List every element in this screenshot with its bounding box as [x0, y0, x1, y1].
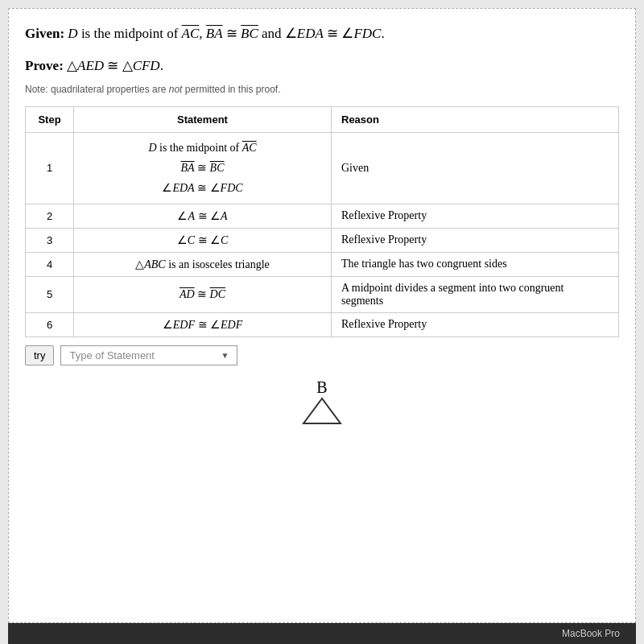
macbook-bar: MacBook Pro: [8, 623, 636, 644]
diagram-area: B: [25, 378, 619, 429]
step-reason: Reflexive Property: [332, 204, 619, 228]
step-statement: D is the midpoint of AC BA ≅ BC ∠EDA ≅ ∠…: [74, 133, 332, 204]
step-statement: ∠C ≅ ∠C: [74, 228, 332, 252]
proof-table: Step Statement Reason 1 D is the midpoin…: [25, 106, 619, 337]
step-reason: Reflexive Property: [332, 312, 619, 336]
step-number: 1: [26, 133, 74, 204]
step-number: 3: [26, 228, 74, 252]
diagram-label-b: B: [25, 378, 619, 397]
statement-line-1: D is the midpoint of AC: [84, 138, 321, 158]
statement-line-3: ∠EDA ≅ ∠FDC: [84, 178, 321, 198]
table-row: 4 △ABC is an isosceles triangle The tria…: [26, 252, 619, 276]
table-row: 1 D is the midpoint of AC BA ≅ BC ∠EDA ≅…: [26, 133, 619, 204]
table-row: 6 ∠EDF ≅ ∠EDF Reflexive Property: [26, 312, 619, 336]
step-reason: The triangle has two congruent sides: [332, 252, 619, 276]
step-number: 4: [26, 252, 74, 276]
step-reason: A midpoint divides a segment into two co…: [332, 276, 619, 312]
header-reason: Reason: [332, 107, 619, 133]
step-statement: ∠EDF ≅ ∠EDF: [74, 312, 332, 336]
svg-marker-0: [303, 398, 341, 423]
step-statement: ∠A ≅ ∠A: [74, 204, 332, 228]
given-segment-bc: BC: [241, 26, 258, 41]
table-row: 2 ∠A ≅ ∠A Reflexive Property: [26, 204, 619, 228]
table-row: 5 AD ≅ DC A midpoint divides a segment i…: [26, 276, 619, 312]
given-label: Given:: [25, 26, 64, 41]
statement-line-2: BA ≅ BC: [84, 158, 321, 178]
type-of-statement-dropdown[interactable]: Type of Statement ▼: [60, 345, 237, 365]
header-step: Step: [26, 107, 74, 133]
step-number: 6: [26, 312, 74, 336]
given-segment-ac: AC: [182, 26, 200, 41]
header-statement: Statement: [74, 107, 332, 133]
prove-label: Prove:: [25, 58, 64, 73]
step-statement: AD ≅ DC: [74, 276, 332, 312]
step-number: 5: [26, 276, 74, 312]
bottom-controls: try Type of Statement ▼: [25, 345, 619, 365]
given-statement: Given: D is the midpoint of AC, BA ≅ BC …: [25, 23, 619, 44]
chevron-down-icon: ▼: [221, 351, 229, 360]
step-reason: Given: [332, 133, 619, 204]
prove-statement: Prove: △AED ≅ △CFD.: [25, 56, 619, 76]
dropdown-placeholder-text: Type of Statement: [69, 349, 155, 361]
step-statement: △ABC is an isosceles triangle: [74, 252, 332, 276]
diagram-triangle: [25, 397, 619, 429]
proof-note: Note: quadrilateral properties are not p…: [25, 84, 619, 95]
table-row: 3 ∠C ≅ ∠C Reflexive Property: [26, 228, 619, 252]
given-segment-ba: BA: [206, 26, 223, 41]
try-button[interactable]: try: [25, 345, 54, 365]
proof-page: Given: D is the midpoint of AC, BA ≅ BC …: [8, 8, 636, 623]
table-header-row: Step Statement Reason: [26, 107, 619, 133]
step-number: 2: [26, 204, 74, 228]
macbook-label: MacBook Pro: [562, 628, 620, 639]
given-variable-d: D: [68, 26, 77, 41]
step-reason: Reflexive Property: [332, 228, 619, 252]
